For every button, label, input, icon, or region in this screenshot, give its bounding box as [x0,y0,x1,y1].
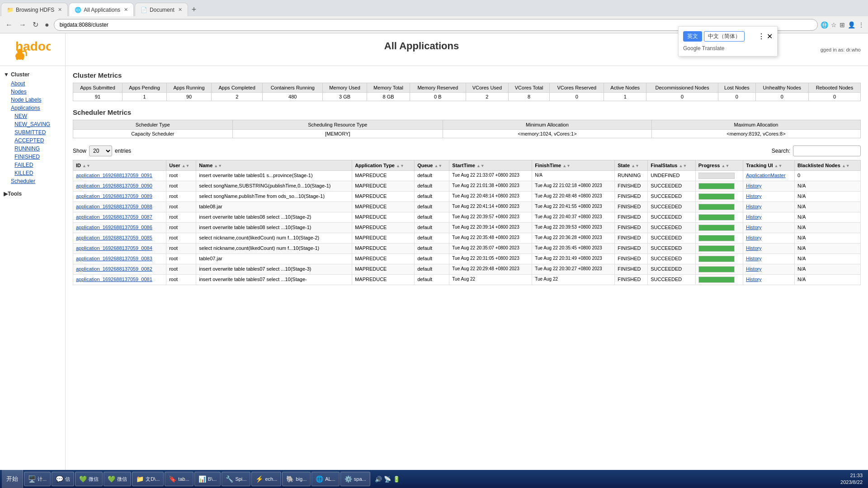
progress-bar-fill [699,183,734,189]
history-link[interactable]: History [746,204,761,209]
tab-browsing-hdfs[interactable]: 📁 Browsing HDFS ✕ [1,3,68,16]
tab-all-applications[interactable]: 🌐 All Applications ✕ [69,3,134,16]
sidebar: ▼ Cluster About Nodes Node Labels Applic… [0,66,66,470]
cell-final-status: SUCCEEDED [648,192,696,202]
bookmark-icon[interactable]: ☆ [831,21,837,28]
tab-close-2[interactable]: ✕ [124,7,128,13]
col-user[interactable]: User ▲▼ [166,160,196,171]
history-link[interactable]: History [746,193,761,199]
app-id-link[interactable]: application_1692688137059_0081 [76,277,152,282]
col-id[interactable]: ID ▲▼ [73,160,166,171]
sidebar-item-running[interactable]: RUNNING [0,145,65,153]
back-button[interactable]: ← [4,20,14,30]
col-final-status[interactable]: FinalStatus ▲▼ [648,160,696,171]
forward-button[interactable]: → [17,20,28,30]
translate-icon[interactable]: 🌐 [821,21,828,28]
cell-tracking: History [743,192,795,202]
sidebar-item-failed[interactable]: FAILED [0,161,65,169]
col-progress[interactable]: Progress ▲▼ [695,160,743,171]
cell-blacklisted: N/A [795,275,861,285]
sidebar-item-scheduler[interactable]: Scheduler [0,177,65,185]
app-id-link[interactable]: application_1692688137059_0084 [76,245,152,251]
sidebar-item-about[interactable]: About [0,80,65,88]
translate-menu-button[interactable]: ⋮ [758,32,765,41]
extensions-icon[interactable]: ⊞ [840,21,845,28]
app-id-link[interactable]: application_1692688137059_0085 [76,235,152,240]
app-id-link[interactable]: application_1692688137059_0082 [76,266,152,272]
sidebar-item-finished[interactable]: FINISHED [0,153,65,161]
col-rebooted-nodes: Rebooted Nodes [808,83,860,93]
home-button[interactable]: ● [43,20,51,30]
profile-icon[interactable]: 👤 [848,21,855,28]
search-input[interactable] [793,145,861,156]
lang-chinese-button[interactable]: 中文（简体） [704,31,745,42]
col-apps-completed: Apps Completed [211,83,263,93]
history-link[interactable]: History [746,266,761,272]
val-apps-running: 90 [167,93,212,101]
col-tracking[interactable]: Tracking UI ▲▼ [743,160,795,171]
col-start[interactable]: StartTime ▲▼ [449,160,532,171]
col-unhealthy-nodes: Unhealthy Nodes [755,83,808,93]
col-queue[interactable]: Queue ▲▼ [415,160,449,171]
app-id-link[interactable]: application_1692688137059_0086 [76,225,152,230]
tracking-link[interactable]: ApplicationMaster [746,173,785,178]
history-link[interactable]: History [746,256,761,261]
sched-col-max: Maximum Allocation [651,120,860,130]
col-name[interactable]: Name ▲▼ [196,160,352,171]
app-id-link[interactable]: application_1692688137059_0083 [76,256,152,261]
lang-english-button[interactable]: 英文 [683,31,702,42]
cell-finish: Tue Aug 22 20:41:55 +0800 2023 [532,202,615,212]
progress-bar-container [698,204,735,210]
sidebar-item-submitted[interactable]: SUBMITTED [0,128,65,136]
sidebar-item-applications[interactable]: Applications [0,104,65,112]
col-finish[interactable]: FinishTime ▲▼ [532,160,615,171]
sidebar-item-new-saving[interactable]: NEW_SAVING [0,120,65,128]
sidebar-item-node-labels[interactable]: Node Labels [0,96,65,104]
cell-start: Tue Aug 22 20:29:48 +0800 2023 [449,264,532,275]
val-unhealthy-nodes: 0 [755,93,808,101]
sidebar-item-nodes[interactable]: Nodes [0,88,65,96]
history-link[interactable]: History [746,245,761,251]
app-id-link[interactable]: application_1692688137059_0091 [76,173,152,178]
cell-blacklisted: N/A [795,181,861,192]
cell-user: root [166,202,196,212]
sidebar-tools-toggle[interactable]: ▶ Tools [0,189,65,199]
col-blacklisted[interactable]: Blacklisted Nodes ▲▼ [795,160,861,171]
cell-tracking: History [743,223,795,233]
cell-queue: default [415,275,449,285]
new-tab-button[interactable]: + [188,5,200,14]
tab-document[interactable]: 📄 Document ✕ [135,3,188,16]
col-type[interactable]: Application Type ▲▼ [352,160,415,171]
app-id-link[interactable]: application_1692688137059_0090 [76,183,152,188]
col-decommissioned-nodes: Decommissioned Nodes [646,83,718,93]
cell-final-status: SUCCEEDED [648,181,696,192]
tools-arrow-icon: ▶ [4,191,8,197]
app-id-link[interactable]: application_1692688137059_0089 [76,193,152,199]
col-vcores-used: VCores Used [466,83,508,93]
app-id-link[interactable]: application_1692688137059_0087 [76,214,152,220]
tab-close-1[interactable]: ✕ [58,7,62,13]
history-link[interactable]: History [746,235,761,240]
cell-id: application_1692688137059_0083 [73,254,166,264]
cell-type: MAPREDUCE [352,212,415,223]
refresh-button[interactable]: ↻ [31,19,40,30]
tab-close-3[interactable]: ✕ [178,7,182,13]
col-state[interactable]: State ▲▼ [615,160,648,171]
sidebar-item-new[interactable]: NEW [0,112,65,120]
history-link[interactable]: History [746,214,761,220]
cell-progress [695,233,743,244]
history-link[interactable]: History [746,183,761,188]
translate-close-button[interactable]: ✕ [767,32,773,41]
menu-icon[interactable]: ⋮ [858,21,864,28]
cell-id: application_1692688137059_0089 [73,192,166,202]
val-memory-used: 3 GB [323,93,367,101]
sidebar-item-accepted[interactable]: ACCEPTED [0,136,65,145]
history-link[interactable]: History [746,277,761,282]
cell-blacklisted: 0 [795,171,861,181]
cell-final-status: SUCCEEDED [648,244,696,254]
show-select[interactable]: 20 50 100 [89,145,112,156]
app-id-link[interactable]: application_1692688137059_0088 [76,204,152,209]
sidebar-item-killed[interactable]: KILLED [0,169,65,177]
history-link[interactable]: History [746,225,761,230]
sidebar-cluster-toggle[interactable]: ▼ Cluster [0,70,65,80]
